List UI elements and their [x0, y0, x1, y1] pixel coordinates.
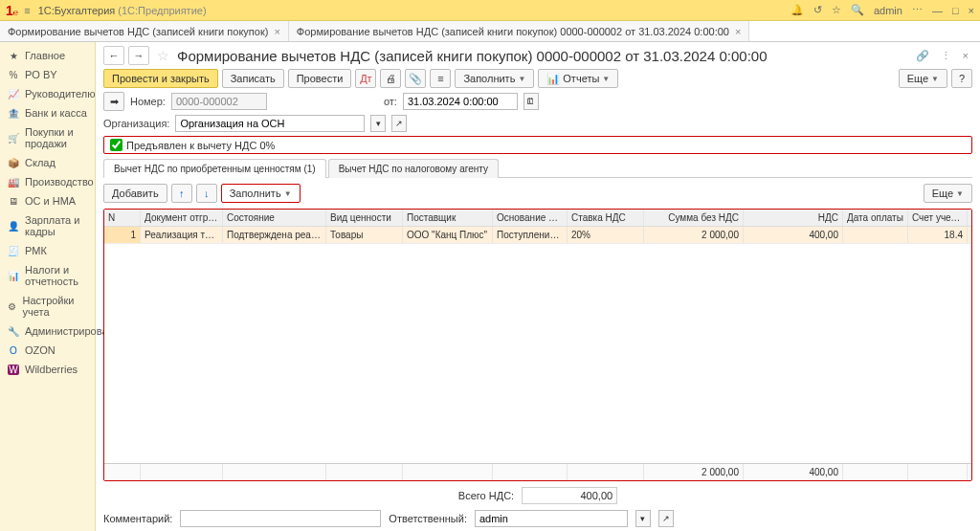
col-basis[interactable]: Основание для выч...	[493, 210, 568, 226]
sidebar-item-assets[interactable]: 🖥ОС и НМА	[0, 191, 95, 210]
number-auto-button[interactable]: ➡	[103, 92, 124, 111]
user-name[interactable]: admin	[874, 5, 902, 16]
sidebar-item-rmk[interactable]: 🧾РМК	[0, 241, 95, 260]
move-down-button[interactable]: ↓	[196, 184, 217, 203]
sidebar-item-wildberries[interactable]: WWildberries	[0, 360, 95, 379]
bell-icon[interactable]: 🔔	[791, 4, 804, 16]
sidebar-item-manager[interactable]: 📈Руководителю	[0, 84, 95, 103]
date-field[interactable]	[403, 93, 518, 110]
reports-dropdown[interactable]: 📊 Отчеты▼	[538, 69, 618, 88]
sidebar-item-label: PO BY	[25, 69, 57, 80]
sidebar-item-poby[interactable]: %PO BY	[0, 65, 95, 84]
sidebar-item-sales[interactable]: 🛒Покупки и продажи	[0, 122, 95, 153]
open-icon[interactable]: ↗	[658, 510, 674, 527]
post-and-close-button[interactable]: Провести и закрыть	[103, 69, 218, 88]
fill-dropdown[interactable]: Заполнить▼	[455, 69, 534, 88]
move-up-button[interactable]: ↑	[171, 184, 192, 203]
number-label: Номер:	[130, 96, 166, 107]
sidebar-item-production[interactable]: 🏭Производство	[0, 172, 95, 191]
more-table-dropdown[interactable]: Еще▼	[924, 184, 972, 203]
tab-list[interactable]: Формирование вычетов НДС (записей книги …	[0, 21, 289, 41]
col-account[interactable]: Счет учета НДС	[908, 210, 968, 226]
list-button[interactable]: ≡	[430, 69, 451, 88]
calendar-icon[interactable]: 🗓	[523, 93, 539, 110]
close-page-icon[interactable]: ×	[959, 50, 972, 61]
attach-button[interactable]: 📎	[405, 69, 426, 88]
footer-sum: 2 000,00	[644, 464, 744, 480]
vat-zero-checkbox[interactable]	[110, 139, 122, 151]
star-icon[interactable]: ☆	[832, 4, 841, 16]
open-icon[interactable]: ↗	[391, 115, 407, 132]
vat-zero-checkbox-row[interactable]: Предъявлен к вычету НДС 0%	[103, 136, 972, 154]
forward-button[interactable]: →	[128, 46, 149, 65]
number-field[interactable]	[171, 93, 267, 110]
dropdown-icon[interactable]: ▾	[370, 115, 386, 132]
add-button[interactable]: Добавить	[103, 184, 167, 203]
sidebar-item-label: Банк и касса	[25, 107, 87, 119]
print-button[interactable]: 🖨	[380, 69, 401, 88]
cell-account: 18.4	[908, 227, 968, 243]
computer-icon: 🖥	[8, 196, 19, 207]
sidebar-item-label: Склад	[25, 157, 56, 168]
bank-icon: 🏦	[8, 108, 19, 119]
sidebar-item-label: Главное	[25, 50, 65, 61]
favorite-icon[interactable]: ☆	[153, 48, 173, 63]
org-field[interactable]	[175, 115, 365, 132]
maximize-icon[interactable]: □	[952, 5, 959, 16]
sidebar-item-ozon[interactable]: OOZON	[0, 341, 95, 360]
star-icon: ★	[8, 51, 19, 61]
sidebar-item-main[interactable]: ★Главное	[0, 46, 95, 65]
close-tab-icon[interactable]: ×	[274, 26, 279, 37]
col-doc[interactable]: Документ отгрузки	[141, 210, 223, 226]
comment-field[interactable]	[180, 510, 381, 527]
sidebar-item-settings[interactable]: ⚙Настройки учета	[0, 291, 95, 321]
tab-agent[interactable]: Вычет НДС по налоговому агенту	[328, 159, 499, 178]
col-paydate[interactable]: Дата оплаты	[843, 210, 908, 226]
dropdown-icon[interactable]: ▾	[635, 510, 651, 527]
more-dropdown[interactable]: Еще▼	[899, 69, 947, 88]
sidebar-item-taxes[interactable]: 📊Налоги и отчетность	[0, 260, 95, 291]
minimize-icon[interactable]: —	[932, 5, 943, 16]
app-logo-icon: 1℮	[6, 3, 18, 18]
movements-button[interactable]: Дт	[355, 69, 376, 88]
col-n[interactable]: N	[104, 210, 141, 226]
table-row[interactable]: 1 Реализация товаров ... Подтверждена ре…	[104, 227, 971, 244]
sidebar-item-label: Покупки и продажи	[25, 126, 87, 149]
responsible-field[interactable]	[475, 510, 628, 527]
col-rate[interactable]: Ставка НДС	[568, 210, 644, 226]
org-label: Организация:	[103, 118, 169, 129]
search-icon[interactable]: 🔍	[851, 4, 864, 16]
col-sum[interactable]: Сумма без НДС	[644, 210, 744, 226]
cart-icon: 🛒	[8, 133, 19, 144]
col-supplier[interactable]: Поставщик	[403, 210, 493, 226]
write-button[interactable]: Записать	[222, 69, 284, 88]
tab-purchased[interactable]: Вычет НДС по приобретенным ценностям (1)	[103, 159, 326, 178]
menu-icon[interactable]: ≡	[24, 5, 30, 16]
col-vat[interactable]: НДС	[744, 210, 843, 226]
help-button[interactable]: ?	[951, 69, 972, 88]
comment-label: Комментарий:	[103, 513, 172, 524]
sidebar-item-stock[interactable]: 📦Склад	[0, 153, 95, 172]
sidebar-item-salary[interactable]: 👤Зарплата и кадры	[0, 210, 95, 241]
link-icon[interactable]: 🔗	[912, 50, 933, 62]
tab-document[interactable]: Формирование вычетов НДС (записей книги …	[289, 21, 750, 41]
sidebar-item-admin[interactable]: 🔧Администрирование	[0, 321, 95, 341]
wrench-icon: 🔧	[8, 326, 19, 337]
col-kind[interactable]: Вид ценности	[326, 210, 403, 226]
sidebar-item-bank[interactable]: 🏦Банк и касса	[0, 103, 95, 122]
close-tab-icon[interactable]: ×	[735, 26, 741, 37]
history-icon[interactable]: ↺	[813, 4, 822, 16]
sidebar-item-label: Производство	[25, 176, 94, 188]
cell-state: Подтверждена реализация 0%	[223, 227, 326, 243]
more-icon[interactable]: ⋮	[937, 50, 955, 62]
tab-label: Формирование вычетов НДС (записей книги …	[8, 26, 268, 37]
settings-icon[interactable]: ⋯	[912, 4, 923, 16]
fill-table-button[interactable]: Заполнить ▼	[221, 184, 301, 203]
total-vat-value: 400,00	[522, 487, 617, 504]
col-state[interactable]: Состояние	[223, 210, 326, 226]
close-icon[interactable]: ×	[969, 5, 974, 16]
back-button[interactable]: ←	[103, 46, 124, 65]
date-label: от:	[384, 96, 397, 107]
receipt-icon: 🧾	[8, 246, 19, 256]
post-button[interactable]: Провести	[288, 69, 352, 88]
